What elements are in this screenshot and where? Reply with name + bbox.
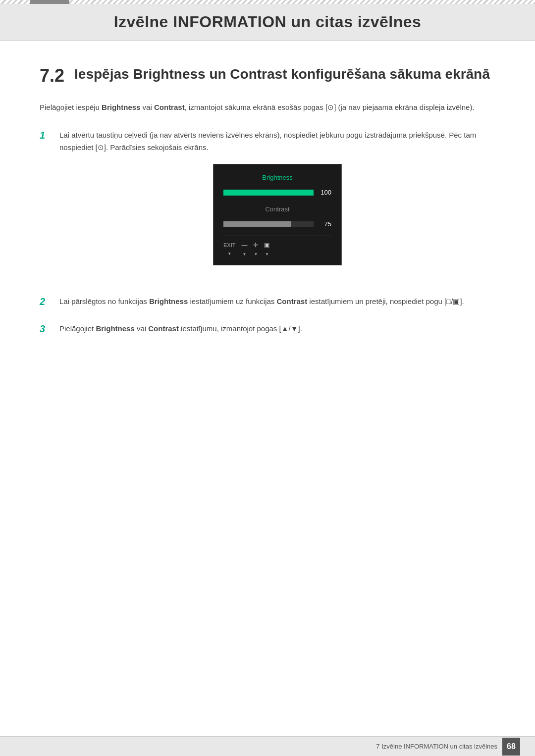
osd-btn2: — ▼ bbox=[241, 240, 247, 258]
osd-brightness-label: Brightness bbox=[223, 172, 331, 183]
step-item-1: 1 Lai atvērtu taustiņu ceļvedi (ja nav a… bbox=[40, 129, 495, 280]
osd-btn2-arrow: ▼ bbox=[242, 251, 246, 258]
main-content: 7.2 Iespējas Brightness un Contrast konf… bbox=[0, 41, 535, 390]
intro-text-before: Pielāgojiet iespēju bbox=[40, 103, 102, 111]
osd-brightness-value: 100 bbox=[318, 187, 331, 198]
step3-text-2: vai bbox=[135, 324, 149, 333]
section-heading: 7.2 Iespējas Brightness un Contrast konf… bbox=[40, 65, 495, 86]
top-stripe bbox=[0, 0, 535, 4]
page-title: Izvēlne INFORMATION un citas izvēlnes bbox=[20, 13, 515, 31]
page-footer: 7 Izvēlne INFORMATION un citas izvēlnes … bbox=[0, 736, 535, 756]
top-stripe-accent bbox=[30, 0, 69, 4]
step-text-3: Pielāgojiet Brightness vai Contrast iest… bbox=[59, 322, 302, 335]
osd-plus-icon: ✛ bbox=[253, 240, 258, 250]
step-item-2: 2 Lai pārslēgtos no funkcijas Brightness… bbox=[40, 295, 495, 308]
step-number-1: 1 bbox=[40, 130, 50, 141]
osd-contrast-bar-container: 75 bbox=[223, 219, 331, 230]
section-title: Iespējas Brightness un Contrast konfigur… bbox=[74, 65, 490, 83]
osd-brightness-bar-fill bbox=[223, 190, 314, 196]
osd-container: Brightness 100 Contrast bbox=[59, 164, 495, 265]
footer-text: 7 Izvēlne INFORMATION un citas izvēlnes bbox=[376, 743, 497, 750]
osd-exit-label: EXIT bbox=[223, 241, 235, 250]
step-text-1: Lai atvērtu taustiņu ceļvedi (ja nav atv… bbox=[59, 129, 495, 280]
intro-brightness: Brightness bbox=[102, 103, 140, 111]
step2-text-2: iestatījumiem uz funkcijas bbox=[188, 297, 276, 305]
step-item-3: 3 Pielāgojiet Brightness vai Contrast ie… bbox=[40, 322, 495, 335]
osd-exit-btn: EXIT ▼ bbox=[223, 241, 235, 257]
osd-contrast-label: Contrast bbox=[223, 204, 331, 215]
intro-text-after: , izmantojot sākuma ekrānā esošās pogas … bbox=[185, 103, 475, 111]
step-number-3: 3 bbox=[40, 323, 50, 335]
osd-contrast-bar-bg bbox=[223, 221, 314, 227]
osd-brightness-bar-container: 100 bbox=[223, 187, 331, 198]
osd-buttons: EXIT ▼ — ▼ ✛ ▼ bbox=[223, 236, 331, 258]
step2-text-3: iestatījumiem un pretēji, nospiediet pog… bbox=[307, 297, 464, 305]
osd-contrast-value: 75 bbox=[318, 219, 331, 230]
intro-text-middle: vai bbox=[140, 103, 154, 111]
step3-contrast: Contrast bbox=[148, 324, 179, 333]
intro-paragraph: Pielāgojiet iespēju Brightness vai Contr… bbox=[40, 101, 495, 114]
step-number-2: 2 bbox=[40, 296, 50, 307]
step3-brightness: Brightness bbox=[96, 324, 134, 333]
osd-btn3: ✛ ▼ bbox=[253, 240, 258, 258]
section-number: 7.2 bbox=[40, 65, 64, 86]
osd-btn4: ▣ ▼ bbox=[264, 240, 269, 258]
osd-btn4-arrow: ▼ bbox=[265, 251, 269, 258]
osd-screen: Brightness 100 Contrast bbox=[213, 164, 342, 265]
osd-minus-icon: — bbox=[241, 240, 247, 250]
steps-list: 1 Lai atvērtu taustiņu ceļvedi (ja nav a… bbox=[40, 129, 495, 335]
step3-text-1: Pielāgojiet bbox=[59, 324, 96, 333]
osd-exit-arrow: ▼ bbox=[227, 251, 231, 257]
step1-text: Lai atvērtu taustiņu ceļvedi (ja nav atv… bbox=[59, 131, 476, 152]
step2-contrast: Contrast bbox=[277, 297, 308, 305]
step2-brightness: Brightness bbox=[149, 297, 188, 305]
osd-menu-icon: ▣ bbox=[264, 240, 269, 250]
step2-text-1: Lai pārslēgtos no funkcijas bbox=[59, 297, 149, 305]
footer-page-number: 68 bbox=[502, 738, 520, 756]
step-text-2: Lai pārslēgtos no funkcijas Brightness i… bbox=[59, 295, 464, 308]
intro-contrast: Contrast bbox=[154, 103, 185, 111]
page-header: Izvēlne INFORMATION un citas izvēlnes bbox=[0, 4, 535, 41]
osd-contrast-bar-fill bbox=[223, 221, 291, 227]
osd-brightness-bar-bg bbox=[223, 190, 314, 196]
osd-btn3-arrow: ▼ bbox=[254, 251, 258, 258]
step3-text-3: iestatījumu, izmantojot pogas [▲/▼]. bbox=[179, 324, 302, 333]
